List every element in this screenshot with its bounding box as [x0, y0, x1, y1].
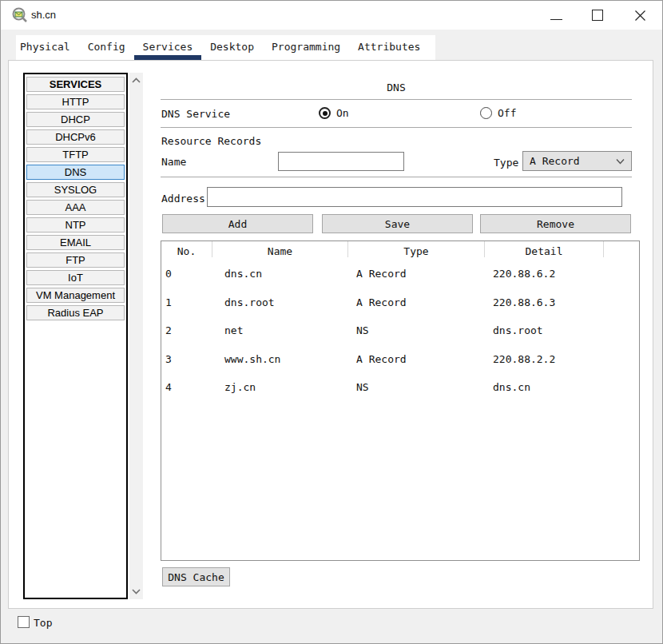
sidebar-item-dns[interactable]: DNS	[26, 165, 125, 180]
table-row[interactable]: 0 dns.cn A Record 220.88.6.2	[161, 259, 639, 288]
cell-name: dns.cn	[212, 259, 348, 288]
cell-detail: 220.88.2.2	[485, 344, 604, 373]
cell-detail: 220.88.6.3	[485, 288, 604, 316]
tab-physical[interactable]: Physical	[16, 35, 79, 60]
tab-config[interactable]: Config	[79, 35, 134, 60]
close-button[interactable]	[626, 3, 653, 27]
cell-name: dns.root	[212, 288, 348, 316]
address-input[interactable]	[207, 187, 622, 207]
maximize-icon	[592, 10, 603, 21]
cell-detail: dns.cn	[485, 372, 604, 401]
tab-programming[interactable]: Programming	[263, 35, 349, 60]
divider	[161, 177, 632, 177]
table-row[interactable]: 1 dns.root A Record 220.88.6.3	[161, 288, 639, 316]
cell-no: 2	[161, 316, 212, 344]
cell-type: NS	[348, 372, 485, 401]
col-detail[interactable]: Detail	[485, 241, 604, 257]
top-checkbox[interactable]	[18, 616, 30, 628]
radio-off[interactable]	[480, 107, 492, 119]
dns-cache-button[interactable]: DNS Cache	[162, 567, 230, 586]
table-row[interactable]: 4 zj.cn NS dns.cn	[161, 372, 639, 401]
divider	[161, 127, 632, 128]
radio-on[interactable]	[319, 107, 331, 119]
name-input[interactable]	[278, 152, 404, 171]
remove-button[interactable]: Remove	[480, 214, 631, 233]
table-header: No. Name Type Detail	[161, 241, 639, 259]
sidebar-item-syslog[interactable]: SYSLOG	[26, 182, 125, 197]
cell-type: A Record	[348, 288, 485, 316]
table-row[interactable]: 3 www.sh.cn A Record 220.88.2.2	[161, 344, 639, 373]
col-name[interactable]: Name	[212, 241, 348, 257]
minimize-button[interactable]	[542, 3, 570, 27]
tab-attributes[interactable]: Attributes	[349, 35, 429, 60]
scroll-down-icon[interactable]	[132, 588, 141, 594]
cell-name: net	[212, 316, 348, 344]
tab-desktop[interactable]: Desktop	[201, 35, 263, 60]
col-empty	[604, 241, 639, 257]
dns-title: DNS	[161, 81, 632, 93]
cell-type: A Record	[348, 344, 485, 373]
radio-off-label: Off	[498, 107, 516, 119]
cell-name: zj.cn	[212, 372, 348, 401]
cell-no: 1	[161, 288, 212, 316]
type-dropdown[interactable]: A Record	[522, 151, 632, 171]
cell-no: 4	[161, 372, 212, 401]
name-label: Name	[161, 156, 186, 168]
cell-no: 3	[161, 344, 212, 373]
col-no[interactable]: No.	[161, 241, 212, 257]
divider	[161, 99, 632, 100]
records-table: No. Name Type Detail 0 dns.cn A Record 2…	[161, 241, 640, 561]
cell-detail: dns.root	[485, 316, 604, 344]
cell-type: A Record	[348, 259, 485, 288]
app-icon	[12, 7, 27, 22]
dns-service-on-option[interactable]: On	[319, 107, 349, 119]
sidebar-item-vm-management[interactable]: VM Management	[26, 288, 125, 303]
sidebar-item-email[interactable]: EMAIL	[26, 235, 125, 250]
services-pane: SERVICES HTTP DHCP DHCPv6 TFTP DNS SYSLO…	[8, 60, 653, 609]
top-checkbox-label: Top	[34, 617, 52, 629]
tab-services[interactable]: Services	[134, 35, 202, 60]
sidebar-item-dhcpv6[interactable]: DHCPv6	[26, 129, 125, 145]
window-title: sh.cn	[31, 9, 56, 21]
sidebar-item-ftp[interactable]: FTP	[26, 252, 125, 268]
resource-records-label: Resource Records	[161, 135, 261, 147]
cell-type: NS	[348, 316, 485, 344]
cell-no: 0	[161, 259, 212, 288]
cell-detail: 220.88.6.2	[485, 259, 604, 288]
close-icon	[634, 10, 646, 22]
sidebar-item-tftp[interactable]: TFTP	[26, 147, 125, 162]
sidebar-item-radius-eap[interactable]: Radius EAP	[26, 305, 125, 320]
cell-name: www.sh.cn	[212, 344, 348, 373]
table-row[interactable]: 2 net NS dns.root	[161, 316, 639, 344]
sidebar-header: SERVICES	[26, 77, 125, 92]
dns-service-label: DNS Service	[161, 108, 230, 120]
sidebar-item-ntp[interactable]: NTP	[26, 217, 125, 233]
sidebar-item-http[interactable]: HTTP	[26, 94, 125, 109]
tab-bar: Physical Config Services Desktop Program…	[16, 35, 435, 60]
sidebar-item-dhcp[interactable]: DHCP	[26, 112, 125, 127]
sidebar-scrollbar[interactable]	[129, 73, 143, 599]
col-type[interactable]: Type	[348, 241, 485, 257]
sidebar-item-iot[interactable]: IoT	[26, 270, 125, 285]
type-label: Type	[494, 157, 518, 169]
address-label: Address	[161, 193, 205, 205]
chevron-down-icon	[616, 158, 625, 165]
scroll-up-icon[interactable]	[132, 78, 141, 84]
radio-on-label: On	[336, 107, 349, 119]
services-sidebar: SERVICES HTTP DHCP DHCPv6 TFTP DNS SYSLO…	[23, 73, 128, 599]
add-button[interactable]: Add	[162, 214, 313, 233]
type-dropdown-value: A Record	[530, 155, 580, 167]
save-button[interactable]: Save	[322, 214, 473, 233]
title-bar: sh.cn	[1, 1, 662, 30]
sidebar-item-aaa[interactable]: AAA	[26, 200, 125, 215]
maximize-button[interactable]	[584, 3, 611, 27]
minimize-icon	[550, 19, 562, 20]
dns-service-off-option[interactable]: Off	[480, 107, 516, 119]
